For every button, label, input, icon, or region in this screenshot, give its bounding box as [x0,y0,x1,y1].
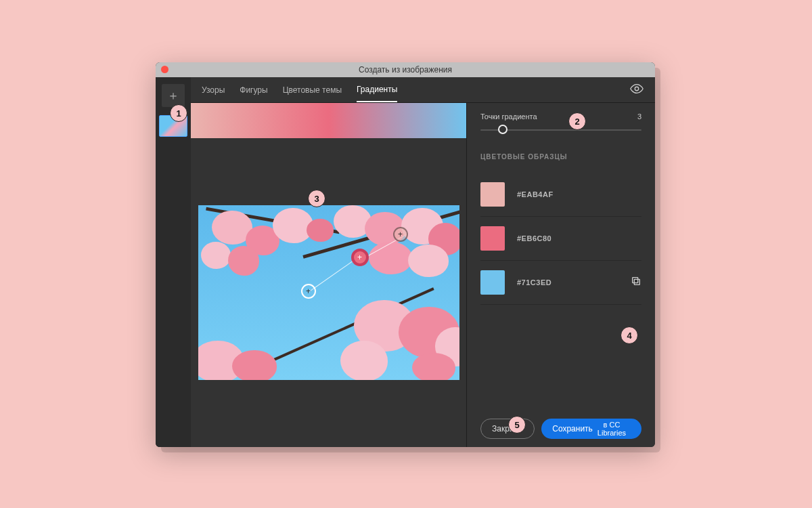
callout-5: 5 [508,416,526,433]
gradient-point-2[interactable]: + [351,249,369,266]
swatch-chip[interactable] [480,226,505,251]
close-button[interactable]: Закрыть [480,419,535,439]
gradient-points-value: 3 [637,112,641,121]
svg-rect-1 [634,279,639,284]
swatches-list: #EAB4AF #EB6C80 #71C3ED [480,173,641,305]
swatch-row[interactable]: #71C3ED [480,261,641,305]
plus-icon: + [306,287,311,296]
callout-3: 3 [308,190,325,207]
titlebar[interactable]: Создать из изображения [156,62,655,77]
preview-pane: [ [20,8,60,50,"#f4b6c3"],[70,30,50,44,"#… [191,103,467,447]
save-button-suffix: в CC Libraries [593,421,631,437]
close-window-icon[interactable] [161,66,168,73]
swatch-chip[interactable] [480,270,505,295]
callout-1: 1 [170,104,187,122]
minimize-window-icon[interactable] [173,66,180,73]
maximize-window-icon[interactable] [184,66,191,73]
swatch-hex: #71C3ED [517,278,551,287]
copy-swatch-icon[interactable] [631,276,641,289]
gradient-point-3[interactable]: + [301,284,316,299]
swatch-row[interactable]: #EB6C80 [480,217,641,261]
swatch-row[interactable]: #EAB4AF [480,173,641,217]
plus-icon: + [398,230,403,239]
add-image-button[interactable]: ＋ [162,84,185,107]
image-canvas[interactable]: [ [20,8,60,50,"#f4b6c3"],[70,30,50,44,"#… [198,205,459,380]
callout-4: 4 [621,326,638,344]
callout-2: 2 [568,112,586,130]
gradient-points-label: Точки градиента [480,112,537,121]
slider-handle[interactable] [498,125,508,134]
swatches-title: ЦВЕТОВЫЕ ОБРАЗЦЫ [480,153,641,161]
window-title: Создать из изображения [156,65,655,75]
preview-icon[interactable] [629,81,644,99]
gradient-point-1[interactable]: + [393,227,408,242]
swatch-hex: #EB6C80 [517,234,551,242]
swatch-chip[interactable] [480,182,505,207]
properties-pane: Точки градиента 3 ЦВЕТОВЫЕ ОБРАЗЦЫ #EAB4… [467,103,655,447]
gradient-points-slider[interactable] [480,125,641,135]
tab-color-themes[interactable]: Цветовые темы [283,77,342,102]
tab-gradients[interactable]: Градиенты [357,77,397,102]
gradient-preview[interactable] [191,103,466,138]
image-sidebar: ＋ [156,77,191,447]
swatch-hex: #EAB4AF [517,190,554,198]
tabs-bar: Узоры Фигуры Цветовые темы Градиенты [191,77,655,103]
plus-icon: + [357,253,362,262]
plus-icon: ＋ [167,87,179,104]
save-button-prefix: Сохранить [552,424,593,433]
tab-patterns[interactable]: Узоры [202,77,225,102]
save-to-libraries-button[interactable]: Сохранить в CC Libraries [541,419,641,439]
svg-rect-2 [633,278,638,283]
tab-shapes[interactable]: Фигуры [240,77,267,102]
svg-point-0 [635,87,639,91]
